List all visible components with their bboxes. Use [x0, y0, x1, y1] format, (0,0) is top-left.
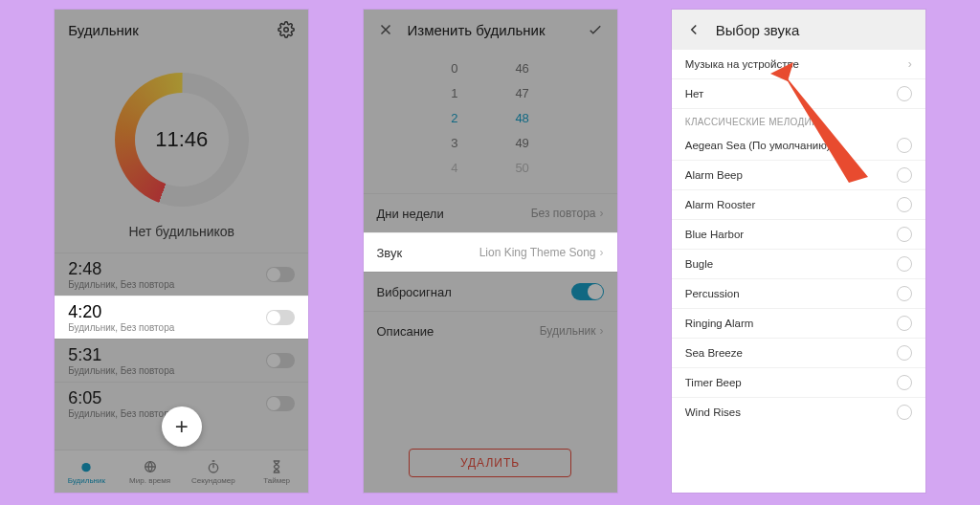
alarm-list-screen: Будильник 11:46 Нет будильников 2:48 Буд… [55, 10, 308, 493]
page-title: Выбор звука [716, 22, 799, 38]
vibrate-toggle[interactable] [571, 283, 604, 300]
alarm-row[interactable]: 5:31 Будильник, Без повтора [55, 339, 308, 382]
radio-icon [897, 167, 912, 183]
radio-icon [897, 256, 912, 272]
alarm-time: 4:20 [68, 302, 174, 322]
melody-row[interactable]: Sea Breeze [672, 339, 925, 368]
close-icon[interactable] [377, 21, 394, 38]
melody-row[interactable]: Aegean Sea (По умолчанию) [672, 131, 925, 161]
radio-icon [897, 375, 912, 390]
back-icon[interactable] [685, 21, 702, 38]
alarm-row[interactable]: 2:48 Будильник, Без повтора [55, 252, 308, 296]
minute-column[interactable]: 46 47 48 49 50 [515, 59, 528, 193]
page-title: Изменить будильник [408, 22, 546, 38]
sound-row[interactable]: Звук Lion King Theme Song› [364, 232, 617, 272]
none-row[interactable]: Нет [672, 79, 925, 109]
gear-icon[interactable] [278, 21, 295, 38]
tab-alarm[interactable]: Будильник [55, 450, 118, 493]
melody-row[interactable]: Wind Rises [672, 398, 925, 427]
delete-button[interactable]: УДАЛИТЬ [409, 449, 571, 477]
radio-icon [897, 86, 912, 101]
page-title: Будильник [68, 22, 138, 38]
melody-row[interactable]: Timer Beep [672, 368, 925, 398]
alarm-toggle[interactable] [266, 310, 295, 325]
header: Будильник [55, 10, 308, 50]
melody-row[interactable]: Blue Harbor [672, 220, 925, 250]
clock-ring: 11:46 [115, 73, 249, 207]
bottom-tabs: Будильник Мир. время Секундомер Таймер [55, 450, 308, 493]
melody-row[interactable]: Percussion [672, 279, 925, 309]
alarm-subtitle: Будильник, Без повтора [68, 279, 174, 290]
alarm-time: 5:31 [68, 345, 174, 365]
edit-alarm-screen: Изменить будильник 0 1 2 3 4 46 47 48 49… [364, 10, 617, 493]
alarm-subtitle: Будильник, Без повтора [68, 365, 174, 376]
radio-icon [897, 316, 912, 331]
confirm-icon[interactable] [587, 21, 604, 38]
alarm-toggle[interactable] [266, 267, 295, 282]
chevron-right-icon: › [908, 57, 912, 71]
header: Выбор звука [672, 10, 925, 50]
chevron-right-icon: › [600, 246, 604, 259]
chevron-right-icon: › [600, 207, 604, 220]
alarm-row[interactable]: 4:20 Будильник, Без повтора [55, 296, 308, 339]
alarm-time: 6:05 [68, 388, 174, 408]
melody-row[interactable]: Bugle [672, 250, 925, 279]
tab-world-clock[interactable]: Мир. время [119, 450, 182, 493]
tab-timer[interactable]: Таймер [245, 450, 308, 493]
alarm-subtitle: Будильник, Без повтора [68, 322, 174, 333]
tab-stopwatch[interactable]: Секундомер [182, 450, 245, 493]
radio-icon [897, 286, 912, 301]
alarm-subtitle: Будильник, Без повтора [68, 408, 174, 419]
melody-row[interactable]: Alarm Rooster [672, 190, 925, 220]
time-picker[interactable]: 0 1 2 3 4 46 47 48 49 50 [364, 50, 617, 193]
alarm-toggle[interactable] [266, 353, 295, 368]
repeat-row[interactable]: Дни недели Без повтора› [364, 193, 617, 232]
radio-icon [897, 345, 912, 361]
svg-point-0 [284, 28, 289, 33]
radio-icon [897, 138, 912, 153]
alarm-toggle[interactable] [266, 396, 295, 411]
alarm-time: 2:48 [68, 259, 174, 279]
empty-message: Нет будильников [55, 224, 308, 239]
description-row[interactable]: Описание Будильник› [364, 311, 617, 350]
hour-column[interactable]: 0 1 2 3 4 [451, 59, 457, 193]
radio-icon [897, 227, 912, 242]
svg-point-1 [82, 463, 91, 472]
music-on-device-row[interactable]: Музыка на устройстве › [672, 50, 925, 79]
header: Изменить будильник [364, 10, 617, 50]
melody-row[interactable]: Ringing Alarm [672, 309, 925, 339]
radio-icon [897, 197, 912, 212]
clock-time: 11:46 [135, 93, 229, 187]
add-alarm-button[interactable]: + [162, 406, 202, 447]
chevron-right-icon: › [600, 324, 604, 338]
melody-row[interactable]: Alarm Beep [672, 161, 925, 190]
sound-select-screen: Выбор звука Музыка на устройстве › Нет К… [672, 10, 925, 493]
section-header: КЛАССИЧЕСКИЕ МЕЛОДИИ [672, 109, 925, 131]
radio-icon [897, 405, 912, 420]
vibrate-row[interactable]: Вибросигнал [364, 272, 617, 311]
